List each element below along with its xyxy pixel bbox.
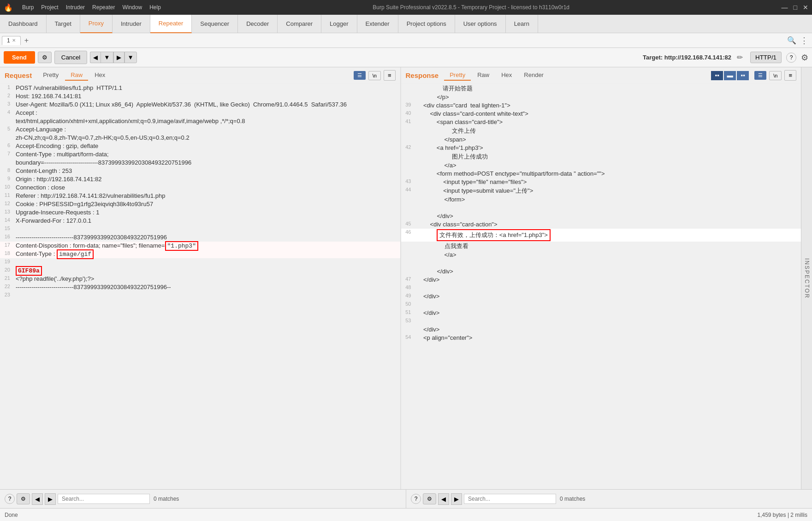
- tab-project-options[interactable]: Project options: [398, 15, 455, 33]
- menu-intruder[interactable]: Intruder: [66, 4, 85, 11]
- response-more-button[interactable]: ≡: [784, 70, 796, 81]
- code-line: 图片上传成功: [401, 152, 801, 161]
- tab-proxy[interactable]: Proxy: [80, 15, 113, 33]
- tab-dashboard[interactable]: Dashboard: [0, 15, 47, 33]
- status-text: Done: [5, 512, 18, 518]
- http-version-button[interactable]: HTTP/1: [750, 52, 782, 63]
- request-ln-button[interactable]: \n: [368, 71, 381, 80]
- cancel-button[interactable]: Cancel: [54, 51, 88, 64]
- request-more-button[interactable]: ≡: [384, 70, 396, 81]
- code-line: 54 <p align="center">: [401, 334, 801, 342]
- request-panel-title: Request: [5, 71, 32, 79]
- prev-dropdown-button[interactable]: ▼: [101, 52, 113, 63]
- edit-target-icon[interactable]: ✏: [737, 53, 743, 62]
- menu-project[interactable]: Project: [41, 4, 58, 11]
- code-line: 点我查看: [401, 242, 801, 251]
- code-line: 19: [0, 258, 400, 266]
- tab-user-options[interactable]: User options: [455, 15, 506, 33]
- add-tab-button[interactable]: +: [23, 36, 30, 45]
- minimize-button[interactable]: —: [782, 4, 788, 11]
- response-tab-hex[interactable]: Hex: [496, 70, 517, 81]
- tab-comparer[interactable]: Comparer: [278, 15, 321, 33]
- title-bar-title: Burp Suite Professional v2022.8.5 - Temp…: [373, 4, 569, 11]
- menu-window[interactable]: Window: [122, 4, 142, 11]
- code-line: [401, 204, 801, 212]
- send-button[interactable]: Send: [4, 51, 35, 64]
- menu-burp[interactable]: Burp: [22, 4, 34, 11]
- target-label: Target: http://192.168.74.141:82: [643, 54, 731, 61]
- title-bar-left: 🔥 Burp Project Intruder Repeater Window …: [4, 3, 161, 12]
- title-bar: 🔥 Burp Project Intruder Repeater Window …: [0, 0, 812, 15]
- request-format-button[interactable]: ☰: [354, 71, 366, 80]
- request-search-input[interactable]: [58, 494, 150, 504]
- tab-intruder[interactable]: Intruder: [113, 15, 150, 33]
- code-line: </a>: [401, 251, 801, 259]
- response-tab-pretty[interactable]: Pretty: [444, 70, 471, 81]
- app-logo: 🔥: [4, 3, 13, 12]
- tab-sequencer[interactable]: Sequencer: [192, 15, 238, 33]
- response-settings-bottom[interactable]: ⚙: [423, 493, 436, 504]
- code-line: 2 Host: 192.168.74.141:81: [0, 92, 400, 101]
- tab-logger[interactable]: Logger: [321, 15, 357, 33]
- response-forward-button[interactable]: ▶: [451, 493, 462, 505]
- code-line: 17 Content-Disposition : form-data; name…: [0, 242, 400, 250]
- view-split-button[interactable]: ▪▪: [711, 71, 723, 80]
- response-ln-button[interactable]: \n: [769, 71, 782, 80]
- response-format-button[interactable]: ☰: [754, 71, 766, 80]
- code-line: 12 Cookie : PHPSESSID=g1rfg23eiqviqh38k4…: [0, 200, 400, 208]
- response-search-input[interactable]: [464, 494, 556, 504]
- view-combined-button[interactable]: ▪▪: [737, 71, 749, 80]
- more-options-icon[interactable]: ⋮: [800, 36, 808, 46]
- code-line: 49 </div>: [401, 292, 801, 301]
- code-line: zh-CN,zh;q=0.8,zh-TW;q=0.7,zh-HK;q=0.5,e…: [0, 134, 400, 142]
- code-line: 16 -----------------------------83739993…: [0, 233, 400, 242]
- request-help-button[interactable]: ?: [5, 494, 15, 504]
- request-forward-button[interactable]: ▶: [45, 493, 56, 505]
- search-icon[interactable]: 🔍: [787, 36, 796, 45]
- request-back-button[interactable]: ◀: [32, 493, 43, 505]
- response-help-button[interactable]: ?: [411, 494, 421, 504]
- request-settings-bottom[interactable]: ⚙: [17, 493, 30, 504]
- response-panel-title: Response: [406, 71, 439, 79]
- request-tab-pretty[interactable]: Pretty: [37, 70, 64, 81]
- tab-learn[interactable]: Learn: [506, 15, 538, 33]
- close-button[interactable]: ✕: [803, 4, 808, 11]
- response-back-button[interactable]: ◀: [438, 493, 449, 505]
- tab-repeater[interactable]: Repeater: [150, 15, 192, 33]
- response-tab-render[interactable]: Render: [518, 70, 549, 81]
- code-line: </span>: [401, 136, 801, 144]
- inspector-sidebar[interactable]: INSPECTOR: [801, 67, 812, 489]
- tab-target[interactable]: Target: [47, 15, 80, 33]
- view-horizontal-button[interactable]: ▬: [724, 71, 736, 80]
- code-line: </div>: [401, 326, 801, 334]
- code-line: 20 GIF89a: [0, 266, 400, 275]
- next-dropdown-button[interactable]: ▼: [124, 52, 137, 63]
- maximize-button[interactable]: □: [794, 4, 797, 11]
- next-button[interactable]: ▶: [113, 52, 124, 63]
- code-line: 10 Connection : close: [0, 184, 400, 192]
- code-line: 53: [401, 317, 801, 326]
- menu-help[interactable]: Help: [149, 4, 161, 11]
- help-button[interactable]: ?: [786, 53, 796, 63]
- settings-right-icon[interactable]: ⚙: [801, 53, 808, 63]
- response-tab-raw[interactable]: Raw: [472, 70, 495, 81]
- code-line: 3 User-Agent: Mozilla/5.0 (X11; Linux x8…: [0, 101, 400, 109]
- code-line: 43 <input type="file" name="files">: [401, 178, 801, 186]
- tab-extender[interactable]: Extender: [357, 15, 398, 33]
- menu-repeater[interactable]: Repeater: [92, 4, 115, 11]
- tab-decoder[interactable]: Decoder: [238, 15, 278, 33]
- code-line: 39 <div class="card teal lighten-1">: [401, 101, 801, 110]
- prev-button[interactable]: ◀: [90, 52, 101, 63]
- request-tab-raw[interactable]: Raw: [65, 70, 88, 81]
- repeater-tab-close[interactable]: ✕: [12, 38, 16, 43]
- response-panel-header: Response Pretty Raw Hex Render ▪▪ ▬ ▪▪ ☰…: [401, 67, 801, 84]
- request-tab-hex[interactable]: Hex: [89, 70, 111, 81]
- code-line: </a>: [401, 161, 801, 170]
- request-toolbar-right: ☰ \n ≡: [354, 70, 396, 81]
- repeater-tab-1[interactable]: 1 ✕: [2, 36, 21, 45]
- target-prefix: Target:: [643, 54, 663, 61]
- settings-button[interactable]: ⚙: [38, 52, 52, 63]
- response-code-area: 请开始答题 </p> 39 <div class="card teal ligh…: [401, 84, 801, 489]
- code-line: </form>: [401, 195, 801, 204]
- response-toolbar-right: ▪▪ ▬ ▪▪ ☰ \n ≡: [711, 70, 796, 81]
